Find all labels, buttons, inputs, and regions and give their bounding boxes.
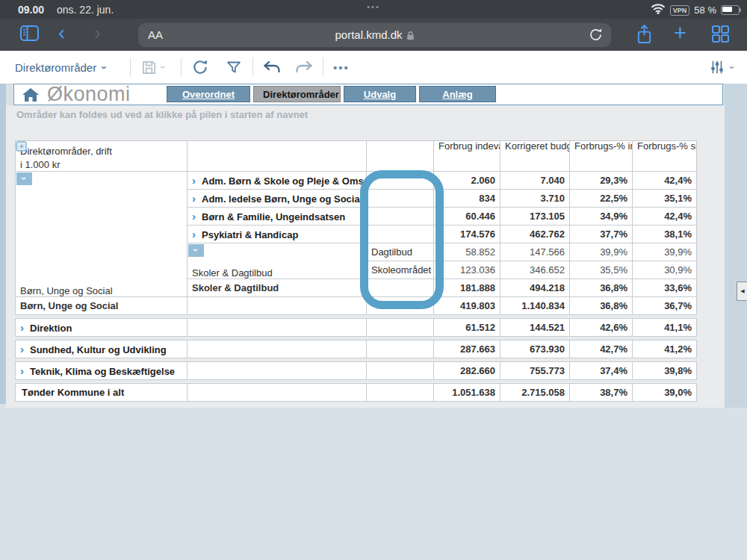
home-icon[interactable] xyxy=(21,87,40,106)
display-settings-button[interactable]: › xyxy=(709,51,734,84)
group-label: Børn, Unge og Social xyxy=(20,285,113,296)
value-cell: 60.446 xyxy=(434,208,500,225)
empty-cell xyxy=(187,319,367,337)
empty-cell xyxy=(367,279,434,297)
save-button[interactable]: › xyxy=(140,51,164,84)
value-cell: 462.762 xyxy=(500,225,570,243)
filter-icon xyxy=(226,59,242,75)
right-margin-strip xyxy=(725,84,747,408)
address-bar[interactable]: AA portal.kmd.dk xyxy=(138,23,611,47)
tab-overview-icon[interactable] xyxy=(711,25,730,46)
value-cell: 42,4% xyxy=(633,172,697,190)
empty-cell xyxy=(367,297,434,315)
table-row-total: Tønder Kommune i alt 1.051.638 2.715.058… xyxy=(16,384,697,402)
tab-anlaeg[interactable]: Anlæg xyxy=(419,86,496,102)
page-header: Økonomi Overordnet ØK Direktørområder Ud… xyxy=(13,84,723,105)
table-row: ›Teknik, Klima og Beskæftigelse 282.660 … xyxy=(16,362,697,380)
empty-cell xyxy=(367,208,434,225)
expand-row-icon[interactable]: › xyxy=(192,192,196,205)
row-name-cell: ›Adm. ledelse Børn, Unge og Social xyxy=(187,190,367,208)
row-name-cell: ›Sundhed, Kultur og Udvikling xyxy=(16,340,187,358)
expand-all-icon[interactable] xyxy=(16,141,28,154)
value-cell: 37,4% xyxy=(570,362,633,380)
value-cell: 1.051.638 xyxy=(434,384,500,402)
value-cell: 22,5% xyxy=(570,190,633,208)
new-tab-icon[interactable]: + xyxy=(674,23,686,43)
value-cell: 34,9% xyxy=(570,208,633,225)
value-cell: 181.888 xyxy=(434,279,500,297)
expand-row-icon[interactable]: › xyxy=(192,228,196,240)
status-bar: 09.00 ons. 22. jun. ••• VPN 58 % xyxy=(0,0,747,19)
panel-collapse-handle[interactable]: ◀ xyxy=(737,281,747,301)
empty-header-cell xyxy=(187,141,367,172)
value-cell: 61.512 xyxy=(434,319,500,337)
divider xyxy=(181,57,182,77)
column-header: Forbrug indeværende år xyxy=(434,141,500,172)
expand-row-icon[interactable]: › xyxy=(20,364,24,377)
back-icon[interactable]: ‹ xyxy=(58,23,65,43)
empty-header-cell xyxy=(367,141,434,172)
value-cell: 39,8% xyxy=(633,362,697,380)
value-cell: 42,6% xyxy=(570,319,633,337)
refresh-button[interactable] xyxy=(191,51,209,84)
undo-icon xyxy=(261,58,282,76)
tab-udvalg[interactable]: Udvalg xyxy=(344,86,416,102)
sliders-icon xyxy=(709,59,725,75)
value-cell: 7.040 xyxy=(500,172,570,190)
page-title: Økonomi xyxy=(47,84,131,105)
value-cell: 36,7% xyxy=(633,297,697,315)
redo-button[interactable] xyxy=(294,51,314,84)
subtotal-name-cell: Børn, Unge og Social xyxy=(16,297,187,315)
view-selector-dropdown[interactable]: Direktørområder › xyxy=(15,51,107,84)
value-cell: 123.036 xyxy=(434,261,500,279)
share-icon[interactable] xyxy=(635,24,654,49)
forward-icon[interactable]: › xyxy=(94,23,101,43)
value-cell: 35,5% xyxy=(570,261,633,279)
expand-row-icon[interactable]: › xyxy=(192,210,196,223)
chevron-down-icon: › xyxy=(726,66,737,69)
tab-overordnet-ok[interactable]: Overordnet ØK xyxy=(167,86,250,102)
pivot-table-section: ›Teknik, Klima og Beskæftigelse 282.660 … xyxy=(15,361,697,380)
more-options-button[interactable]: ••• xyxy=(333,51,350,84)
value-cell: 41,2% xyxy=(633,340,697,358)
filter-button[interactable] xyxy=(226,51,242,84)
value-cell: 174.576 xyxy=(434,225,500,243)
sidebar-icon[interactable] xyxy=(19,25,40,45)
column-header: Korrigeret budget indeværende år xyxy=(500,141,570,172)
empty-cell xyxy=(187,384,367,402)
empty-cell xyxy=(367,384,434,402)
undo-button[interactable] xyxy=(261,51,282,84)
value-cell: 42,4% xyxy=(633,208,697,225)
expand-row-icon[interactable]: › xyxy=(20,321,24,334)
empty-cell xyxy=(367,319,434,337)
multitask-dots-icon: ••• xyxy=(0,2,747,11)
expand-row-icon[interactable]: › xyxy=(20,343,24,355)
subtotal-name-cell: Skoler & Dagtilbud xyxy=(187,279,367,297)
collapse-group-button[interactable]: › xyxy=(16,172,32,185)
table-title-line2: i 1.000 kr xyxy=(20,158,182,172)
pivot-table-total: Tønder Kommune i alt 1.051.638 2.715.058… xyxy=(15,383,697,402)
value-cell: 287.663 xyxy=(434,340,500,358)
value-cell: 35,1% xyxy=(633,190,697,208)
chevron-down-icon: › xyxy=(99,66,111,69)
collapse-group-button[interactable]: › xyxy=(188,244,204,257)
report-tabs: Overordnet ØK Direktørområder Udvalg Anl… xyxy=(167,86,496,102)
lock-icon xyxy=(406,31,415,40)
total-name-cell: Tønder Kommune i alt xyxy=(16,384,187,402)
value-cell: 38,1% xyxy=(633,225,697,243)
empty-cell xyxy=(367,225,434,243)
tab-direktoromrader[interactable]: Direktørområder xyxy=(253,86,341,102)
value-cell: 36,8% xyxy=(570,279,633,297)
empty-cell xyxy=(187,297,367,315)
wifi-icon xyxy=(651,3,666,17)
pivot-table-section: ›Sundhed, Kultur og Udvikling 287.663 67… xyxy=(15,340,697,358)
expand-row-icon[interactable]: › xyxy=(192,174,196,187)
table-row: › Børn, Unge og Social ›Adm. Børn & Skol… xyxy=(16,172,697,190)
value-cell: 42,7% xyxy=(570,340,633,358)
hint-text: Områder kan foldes ud ved at klikke på p… xyxy=(16,109,308,120)
reload-icon[interactable] xyxy=(588,27,604,46)
value-cell: 2.060 xyxy=(434,172,500,190)
table-row: ›Direktion 61.512 144.521 42,6% 41,1% xyxy=(16,319,697,337)
value-cell: 39,9% xyxy=(570,243,633,261)
value-cell: 494.218 xyxy=(500,279,570,297)
